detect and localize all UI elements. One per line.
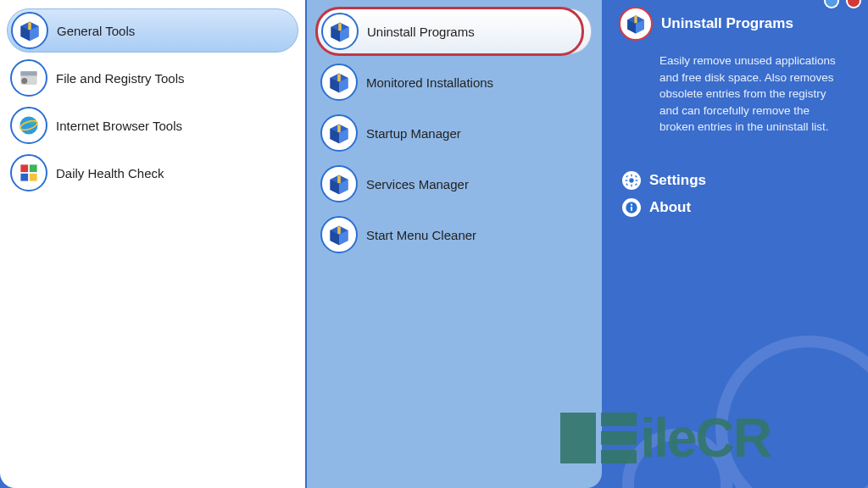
- app-root: General Tools File and Registry Tools In…: [0, 0, 868, 488]
- svg-rect-39: [631, 184, 632, 186]
- box-icon: [320, 114, 358, 152]
- box-icon: [11, 12, 48, 49]
- left-item-general-tools[interactable]: General Tools: [7, 8, 298, 53]
- svg-rect-42: [626, 175, 628, 178]
- svg-rect-10: [30, 164, 37, 172]
- box-icon: [619, 7, 653, 41]
- blocks-icon: [10, 154, 47, 191]
- svg-rect-9: [20, 164, 28, 172]
- right-links: Settings About: [619, 171, 851, 217]
- left-item-daily-health-check[interactable]: Daily Health Check: [7, 151, 298, 195]
- window-controls: [824, 0, 861, 8]
- settings-link[interactable]: Settings: [622, 171, 851, 190]
- detail-description: Easily remove unused applications and fr…: [619, 53, 851, 136]
- mid-item-start-menu-cleaner[interactable]: Start Menu Cleaner: [317, 212, 592, 258]
- globe-icon: [10, 107, 47, 144]
- svg-point-6: [21, 78, 27, 84]
- svg-rect-12: [30, 174, 37, 181]
- mid-item-monitored-installations[interactable]: Monitored Installations: [317, 59, 592, 105]
- svg-rect-45: [635, 175, 637, 178]
- svg-rect-32: [337, 226, 341, 234]
- svg-rect-28: [337, 175, 341, 183]
- svg-rect-38: [631, 174, 632, 176]
- left-item-file-registry-tools[interactable]: File and Registry Tools: [7, 56, 298, 100]
- box-icon: [320, 216, 358, 253]
- middle-tools-panel: Uninstall Programs Monitored Installatio…: [307, 0, 602, 488]
- about-label: About: [649, 199, 691, 216]
- mid-item-label: Startup Manager: [366, 126, 461, 141]
- detail-header: Uninstall Programs: [619, 7, 851, 41]
- gear-icon: [622, 171, 641, 190]
- mid-item-uninstall-programs[interactable]: Uninstall Programs: [317, 8, 592, 54]
- mid-item-label: Services Manager: [366, 177, 469, 191]
- box-icon: [321, 13, 359, 50]
- minimize-button[interactable]: [824, 0, 839, 8]
- svg-rect-11: [20, 174, 28, 181]
- svg-point-47: [631, 203, 632, 205]
- svg-rect-41: [636, 180, 638, 180]
- svg-rect-48: [631, 206, 632, 210]
- svg-rect-24: [337, 125, 341, 132]
- left-item-label: Daily Health Check: [56, 166, 164, 180]
- mid-item-label: Start Menu Cleaner: [366, 228, 476, 242]
- left-item-internet-browser-tools[interactable]: Internet Browser Tools: [7, 103, 298, 147]
- mid-item-label: Uninstall Programs: [367, 25, 475, 39]
- mid-item-startup-manager[interactable]: Startup Manager: [317, 110, 592, 156]
- registry-icon: [10, 59, 47, 97]
- svg-rect-44: [626, 183, 628, 186]
- mid-item-services-manager[interactable]: Services Manager: [317, 161, 592, 207]
- box-icon: [320, 165, 358, 202]
- svg-rect-36: [634, 16, 637, 23]
- close-button[interactable]: [846, 0, 861, 8]
- svg-rect-16: [338, 23, 342, 30]
- svg-rect-40: [626, 180, 628, 180]
- box-icon: [320, 64, 358, 101]
- mid-item-label: Monitored Installations: [366, 75, 493, 90]
- gear-decoration-icon: [715, 336, 868, 488]
- right-detail-panel: Uninstall Programs Easily remove unused …: [602, 0, 868, 488]
- svg-rect-43: [635, 183, 637, 186]
- about-link[interactable]: About: [622, 198, 851, 217]
- left-item-label: General Tools: [57, 24, 135, 38]
- settings-label: Settings: [649, 172, 706, 189]
- svg-rect-5: [20, 71, 36, 75]
- svg-rect-3: [28, 22, 31, 30]
- left-categories-panel: General Tools File and Registry Tools In…: [0, 0, 307, 488]
- left-item-label: Internet Browser Tools: [56, 119, 182, 133]
- left-item-label: File and Registry Tools: [56, 71, 184, 86]
- svg-point-37: [629, 178, 633, 182]
- detail-title: Uninstall Programs: [661, 15, 793, 32]
- info-icon: [622, 198, 641, 217]
- svg-rect-20: [337, 74, 341, 81]
